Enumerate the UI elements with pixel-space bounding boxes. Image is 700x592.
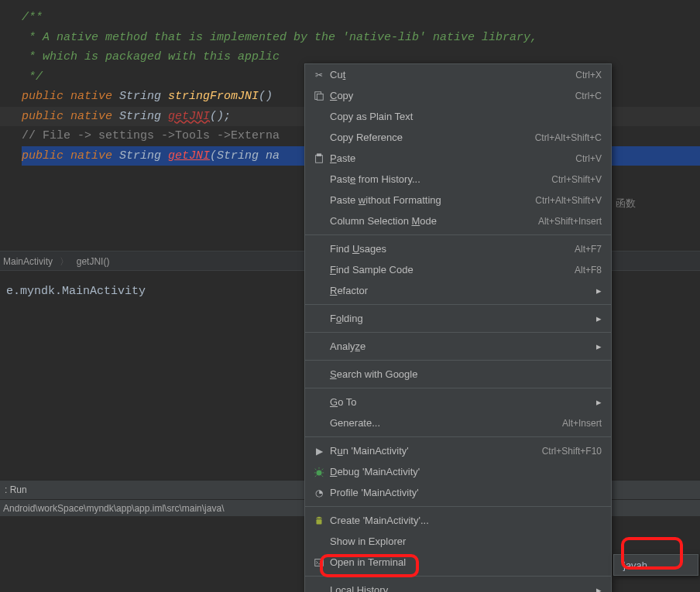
menu-item-search-google[interactable]: Search with Google (305, 364, 611, 385)
external-tools-submenu[interactable]: javah (613, 554, 698, 576)
svg-point-7 (320, 518, 321, 518)
android-icon (311, 515, 327, 526)
svg-point-6 (317, 518, 318, 518)
menu-separator (305, 506, 611, 507)
menu-item-column-selection[interactable]: Column Selection Mode Alt+Shift+Insert (305, 210, 611, 231)
svg-point-4 (317, 470, 322, 475)
paste-icon (311, 152, 327, 164)
run-tab-label[interactable]: : Run (5, 484, 27, 495)
menu-separator (305, 436, 611, 437)
menu-item-paste-history[interactable]: Paste from History... Ctrl+Shift+V (305, 169, 611, 190)
svg-rect-8 (315, 559, 324, 566)
cut-icon: ✂ (311, 70, 327, 80)
terminal-icon (311, 556, 327, 568)
menu-item-analyze[interactable]: Analyze ▸ (305, 336, 611, 357)
svg-rect-5 (317, 519, 322, 524)
console-line: e.myndk.MainActivity (6, 285, 146, 298)
menu-item-generate[interactable]: Generate... Alt+Insert (305, 412, 611, 433)
breadcrumb-item[interactable]: getJNI() (77, 256, 110, 267)
menu-item-refactor[interactable]: Refactor ▸ (305, 280, 611, 301)
bug-icon (311, 466, 327, 477)
menu-item-debug[interactable]: Debug 'MainActivity' (305, 461, 611, 482)
code-comment: * which is packaged with this applic (22, 50, 280, 63)
menu-item-create[interactable]: Create 'MainActivity'... (305, 510, 611, 531)
menu-item-cut[interactable]: ✂ Cut Ctrl+X (305, 64, 611, 85)
breadcrumb-separator: 〉 (60, 256, 69, 267)
svg-rect-2 (316, 156, 323, 163)
chevron-right-icon: ▸ (596, 584, 602, 592)
menu-item-goto[interactable]: Go To ▸ (305, 392, 611, 412)
menu-separator (305, 304, 611, 305)
menu-separator (305, 234, 611, 235)
menu-item-copy-reference[interactable]: Copy Reference Ctrl+Alt+Shift+C (305, 127, 611, 148)
menu-item-open-terminal[interactable]: Open in Terminal (305, 552, 611, 573)
svg-rect-3 (317, 154, 321, 156)
menu-separator (305, 360, 611, 361)
chevron-right-icon: ▸ (596, 285, 602, 296)
menu-item-run[interactable]: ▶ Run 'MainActivity' Ctrl+Shift+F10 (305, 440, 611, 461)
chevron-right-icon: ▸ (596, 396, 602, 408)
chevron-right-icon: ▸ (596, 340, 602, 352)
menu-item-show-explorer[interactable]: Show in Explorer (305, 531, 611, 552)
menu-item-copy-plain[interactable]: Copy as Plain Text (305, 106, 611, 127)
menu-item-find-sample-code[interactable]: Find Sample Code Alt+F8 (305, 259, 611, 280)
menu-item-local-history[interactable]: Local History ▸ (305, 580, 611, 592)
code-comment: * A native method that is implemented by… (22, 31, 537, 44)
code-comment: /** (22, 11, 43, 24)
menu-item-profile[interactable]: ◔ Profile 'MainActivity' (305, 482, 611, 503)
breadcrumb-item[interactable]: MainActivity (3, 256, 53, 267)
profile-icon: ◔ (311, 488, 327, 498)
menu-separator (305, 332, 611, 333)
copy-icon (311, 90, 327, 101)
menu-separator (305, 576, 611, 577)
menu-item-copy[interactable]: Copy Ctrl+C (305, 85, 611, 106)
code-comment: */ (22, 70, 43, 84)
run-icon: ▶ (311, 446, 327, 457)
context-menu[interactable]: ✂ Cut Ctrl+X Copy Ctrl+C Copy as Plain T… (304, 63, 612, 592)
menu-item-find-usages[interactable]: Find Usages Alt+F7 (305, 238, 611, 259)
menu-separator (305, 388, 611, 388)
menu-item-paste-without-formatting[interactable]: Paste without Formatting Ctrl+Alt+Shift+… (305, 190, 611, 210)
svg-rect-1 (317, 94, 323, 100)
submenu-item-javah[interactable]: javah (614, 555, 698, 575)
menu-item-paste[interactable]: Paste Ctrl+V (305, 148, 611, 169)
chevron-right-icon: ▸ (596, 313, 602, 324)
truncated-cjk-text: 函数 (616, 197, 636, 210)
menu-item-folding[interactable]: Folding ▸ (305, 308, 611, 329)
